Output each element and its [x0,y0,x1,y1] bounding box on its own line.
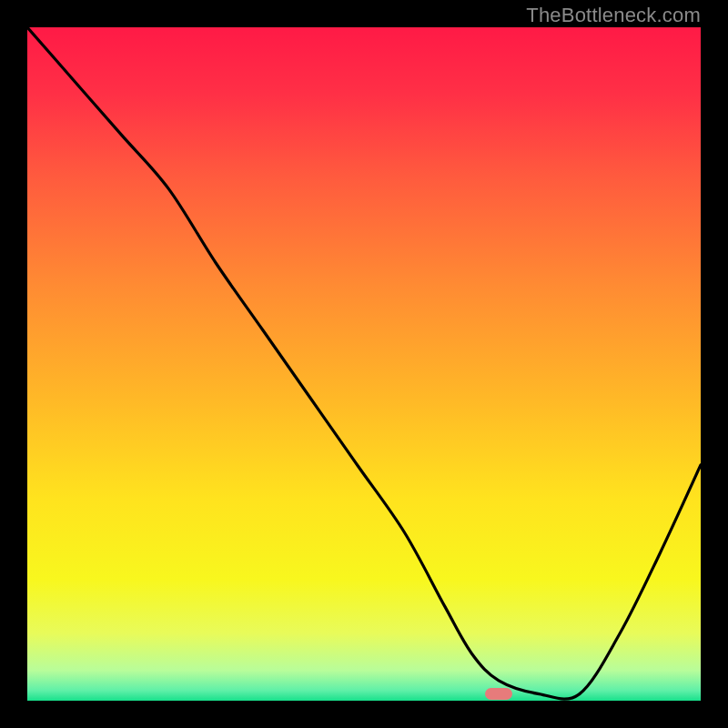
plot-area [27,27,701,701]
bottleneck-curve [27,27,701,699]
watermark-label: TheBottleneck.com [526,4,701,27]
optimal-marker [485,688,512,700]
chart-frame: TheBottleneck.com [0,0,728,728]
curve-svg [27,27,701,701]
